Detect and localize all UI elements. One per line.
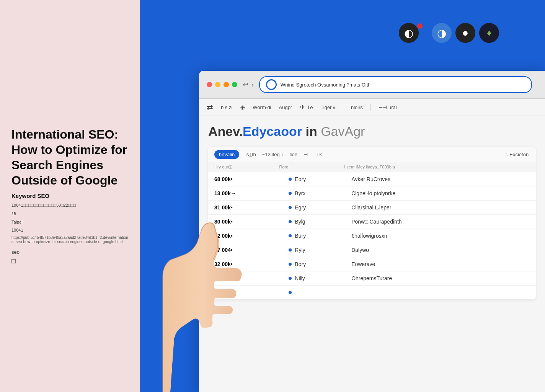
- th-arrow[interactable]: ⊣↑: [304, 152, 310, 157]
- cell-name-1: Byrx: [295, 190, 348, 196]
- th-lion[interactable]: lion: [290, 152, 297, 157]
- table-row: 81 00k• Egry Cllarsinal LJeper: [208, 201, 536, 215]
- nav-back-icon[interactable]: ↩: [243, 80, 248, 89]
- traffic-lights: [207, 82, 237, 87]
- sidebar-keyword: Keyword SEO: [11, 193, 128, 199]
- page-title-part3: in: [302, 124, 317, 139]
- cell-desc-2: Cllarsinal LJeper: [351, 204, 530, 211]
- col-h-isem: I sem IMey iludya₁ T003b a: [344, 165, 530, 170]
- cell-desc-4: €halfowigrosxn: [351, 233, 530, 239]
- url-bar[interactable]: Wnind Sgrotech Ovsamoning ?mats Oitl: [259, 76, 532, 93]
- cell-dot-4: [289, 234, 292, 237]
- toolbar-item-worm[interactable]: Worm·di: [253, 105, 271, 110]
- cell-name-4: Bury: [295, 233, 348, 239]
- url-text: Wnind Sgrotech Ovsamoning ?mats Oitl: [281, 82, 369, 88]
- cell-name-3: Bylg: [295, 219, 348, 225]
- cell-name-5: Ryly: [295, 247, 348, 253]
- table-row: 32 00k• Bory Eowerave: [208, 257, 536, 271]
- toolbar-item-nloirs[interactable]: nloirs: [351, 105, 363, 110]
- th-hnvalin[interactable]: hnvalin: [214, 150, 239, 159]
- sidebar-meta-line3: Taipei: [11, 219, 128, 226]
- page-title-part2: Edycaoor: [243, 124, 302, 139]
- url-circle-icon: [266, 79, 277, 90]
- sidebar-icon: □: [11, 257, 128, 265]
- cell-dot-8: [289, 291, 292, 294]
- notification-dot: [417, 23, 423, 29]
- toolbar-separator-2: [370, 104, 371, 111]
- cell-desc-0: Δvker RuCroves: [351, 176, 530, 182]
- th-tk[interactable]: Tk: [316, 152, 321, 157]
- sidebar: International SEO: How to Optimize for S…: [0, 0, 140, 392]
- traffic-light-green[interactable]: [232, 82, 237, 87]
- cell-desc-5: Dalywo: [351, 247, 530, 253]
- th-lstlb[interactable]: ls⌶lb: [245, 152, 256, 157]
- sidebar-url: https://pub-5c454f571b8e40a3a2aad27ade84…: [11, 235, 128, 244]
- cell-desc-1: Clgnel·lo ptolynrke: [351, 190, 530, 196]
- cell-dot-1: [289, 192, 292, 195]
- table-col-headers: Hry oun⌶ Roro I sem IMey iludya₁ T003b a: [208, 162, 536, 172]
- page-title-part1: Anev.: [208, 124, 243, 139]
- toolbar-item-1[interactable]: b s zi: [221, 105, 232, 110]
- sidebar-meta-line1: 10041□□□□□□□□□□□□□50□22□□□: [11, 202, 128, 209]
- cell-desc-3: Ponw□·Caurapedinth: [351, 219, 530, 225]
- col-h-roro: Roro: [279, 165, 341, 169]
- browser-chrome: ↩ › Wnind Sgrotech Ovsamoning ?mats Oitl: [199, 71, 545, 99]
- cell-dot-0: [289, 178, 292, 181]
- cell-dot-2: [289, 206, 292, 209]
- app-icon-3[interactable]: ●: [455, 23, 475, 43]
- table-row: 13 00k→ Byrx Clgnel·lo ptolynrke: [208, 186, 536, 201]
- sidebar-tag: seo: [11, 249, 128, 255]
- toolbar-item-tiger[interactable]: Tiger.v: [320, 105, 335, 110]
- th-excietonj[interactable]: ≈ Excietonj: [506, 152, 530, 157]
- th-12lifeg[interactable]: ~12lifeg ↓: [262, 152, 284, 157]
- traffic-light-orange[interactable]: [224, 82, 229, 87]
- app-icon-4[interactable]: ♦: [479, 23, 499, 43]
- sidebar-title: International SEO: How to Optimize for S…: [11, 127, 128, 188]
- browser-toolbar: ⇄ b s zi ⊕ Worm·di Augpr ✈ Tē Tiger.v nl…: [199, 99, 545, 116]
- toolbar-item-0[interactable]: ⇄: [207, 103, 213, 112]
- table-row: 32 00k• Bury €halfowigrosxn: [208, 229, 536, 243]
- toolbar-item-2[interactable]: ⊕: [240, 104, 245, 111]
- table-header-row: hnvalin ls⌶lb ~12lifeg ↓ lion ⊣↑ Tk ≈ Ex…: [208, 147, 536, 162]
- cell-dot-7: [289, 277, 292, 280]
- cell-name-7: Nilly: [295, 275, 348, 281]
- cell-dot-3: [289, 220, 292, 223]
- toolbar-item-te[interactable]: ✈ Tē: [300, 103, 313, 111]
- hand-svg: [147, 162, 247, 392]
- page-header: Anev.Edycaoor in GavAgr: [199, 116, 545, 147]
- sidebar-meta-line4: 10041: [11, 227, 128, 234]
- page-title-part4: GavAgr: [317, 124, 365, 139]
- cell-name-2: Egry: [295, 204, 348, 211]
- data-table: hnvalin ls⌶lb ~12lifeg ↓ lion ⊣↑ Tk ≈ Ex…: [208, 147, 536, 299]
- cell-dot-5: [289, 248, 292, 252]
- app-icon-1[interactable]: ◐: [399, 23, 419, 43]
- toolbar-item-augpr[interactable]: Augpr: [279, 105, 292, 110]
- hand-overlay: [147, 162, 247, 392]
- app-icon-2[interactable]: ◑: [432, 23, 452, 43]
- table-row: 80 00k• Bylg Ponw□·Caurapedinth: [208, 215, 536, 229]
- cell-dot-6: [289, 263, 292, 266]
- nav-forward-icon[interactable]: ›: [251, 81, 254, 89]
- sidebar-meta-line2: 15: [11, 211, 128, 217]
- table-row: S0 00k• Nilly OhrepemsTurare: [208, 271, 536, 286]
- table-row: 17 004• Ryly Dalywo: [208, 243, 536, 257]
- browser-window: ↩ › Wnind Sgrotech Ovsamoning ?mats Oitl…: [199, 71, 545, 392]
- cell-name-6: Bory: [295, 261, 348, 267]
- table-row: 68 00k• Eory Δvker RuCroves: [208, 172, 536, 186]
- browser-nav: ↩ ›: [243, 80, 254, 89]
- main-area: ◐ ◑ ● ♦ ↩ › Wnind Sgrotech Ovsamoning ?m…: [140, 0, 545, 392]
- traffic-light-yellow[interactable]: [215, 82, 220, 87]
- cell-desc-7: OhrepemsTurare: [351, 275, 530, 281]
- table-row: 8F 00k•: [208, 286, 536, 299]
- page-title: Anev.Edycaoor in GavAgr: [208, 124, 536, 139]
- traffic-light-red[interactable]: [207, 82, 212, 87]
- toolbar-separator: [343, 104, 343, 111]
- cell-desc-6: Eowerave: [351, 261, 530, 267]
- toolbar-item-aural[interactable]: ⊢⊣ ural: [379, 105, 397, 110]
- cell-name-0: Eory: [295, 176, 348, 182]
- browser-app-icons: ◐ ◑ ● ♦: [399, 23, 499, 43]
